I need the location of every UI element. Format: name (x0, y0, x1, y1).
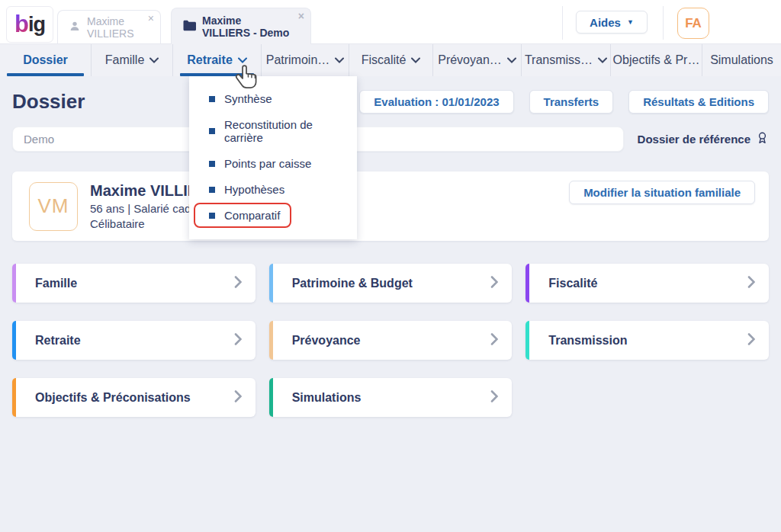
nav-fiscalite[interactable]: Fiscalité (349, 44, 433, 76)
app-logo[interactable]: big (6, 6, 53, 43)
chevron-down-icon (598, 57, 607, 63)
card-patrimoine-budget[interactable]: Patrimoine & Budget (269, 264, 513, 303)
nav-label: Objectifs & Pr… (613, 53, 700, 67)
card-stripe (12, 378, 16, 417)
card-prevoyance[interactable]: Prévoyance (269, 321, 513, 360)
person-icon (69, 20, 81, 34)
card-stripe (12, 264, 16, 303)
close-icon[interactable]: × (148, 13, 154, 24)
chevron-right-icon (747, 276, 755, 291)
page-content: Dossier Evaluation : 01/01/2023 Transfer… (0, 76, 781, 417)
top-bar: big Maxime VILLIERS × Maxime VILLIERS - … (0, 0, 781, 44)
menu-item-label: Reconstitution de carrière (224, 118, 340, 144)
card-stripe (12, 321, 16, 360)
reference-label-text: Dossier de référence (638, 133, 750, 146)
caret-down-icon: ▼ (627, 18, 634, 26)
menu-item-hypotheses[interactable]: Hypothèses (194, 177, 352, 202)
reference-dossier-label: Dossier de référence (638, 131, 769, 147)
chevron-down-icon (149, 57, 159, 63)
menu-item-points-par-caisse[interactable]: Points par caisse (194, 151, 352, 176)
card-label: Fiscalité (548, 277, 747, 290)
close-icon[interactable]: × (298, 11, 304, 21)
chevron-right-icon (490, 390, 498, 405)
modify-family-situation-button[interactable]: Modifier la situation familiale (569, 181, 755, 204)
chevron-right-icon (234, 276, 242, 291)
aides-button[interactable]: Aides ▼ (576, 11, 648, 34)
page-title: Dossier (12, 90, 85, 114)
logo-b: b (14, 11, 28, 38)
resultats-editions-button[interactable]: Résultats & Editions (628, 90, 769, 114)
nav-label: Transmiss… (525, 53, 593, 67)
card-fiscalite[interactable]: Fiscalité (525, 264, 769, 303)
nav-label: Famille (105, 53, 145, 67)
menu-item-label: Synthèse (224, 92, 272, 105)
topbar-divider (663, 6, 664, 40)
card-famille[interactable]: Famille (12, 264, 256, 303)
chevron-down-icon (507, 57, 516, 63)
folder-icon (182, 20, 196, 34)
nav-famille[interactable]: Famille (92, 44, 173, 76)
nav-simulations[interactable]: Simulations (702, 44, 781, 76)
chevron-down-icon (335, 57, 344, 63)
tab-maxime-villiers-demo[interactable]: Maxime VILLIERS - Demo × (171, 8, 311, 44)
main-navigation: Dossier Famille Retraite Patrimoin… Fisc… (0, 44, 781, 76)
card-label: Prévoyance (292, 334, 491, 348)
menu-item-label: Hypothèses (224, 183, 284, 196)
logo-ig: ig (28, 13, 45, 37)
aides-label: Aides (590, 16, 621, 29)
nav-transmission[interactable]: Transmiss… (522, 44, 611, 76)
topbar-divider (562, 6, 563, 40)
nav-objectifs[interactable]: Objectifs & Pr… (611, 44, 702, 76)
tab-maxime-villiers[interactable]: Maxime VILLIERS × (57, 10, 161, 43)
card-transmission[interactable]: Transmission (525, 321, 769, 360)
nav-label: Simulations (710, 53, 773, 67)
medal-icon[interactable] (756, 131, 769, 147)
card-label: Transmission (548, 334, 747, 348)
category-cards: Famille Patrimoine & Budget Fiscalité Re… (12, 264, 769, 417)
evaluation-button[interactable]: Evaluation : 01/01/2023 (359, 90, 513, 114)
retraite-dropdown-menu: Synthèse Reconstitution de carrière Poin… (189, 76, 357, 239)
card-label: Simulations (292, 391, 491, 405)
nav-prevoyance[interactable]: Prévoyan… (433, 44, 522, 76)
card-stripe (525, 321, 529, 360)
menu-item-synthese[interactable]: Synthèse (194, 86, 352, 111)
menu-item-reconstitution-carriere[interactable]: Reconstitution de carrière (194, 112, 352, 150)
nav-label: Dossier (23, 53, 68, 67)
chevron-right-icon (234, 333, 242, 348)
nav-dossier[interactable]: Dossier (0, 44, 92, 76)
card-label: Patrimoine & Budget (292, 277, 491, 290)
chevron-right-icon (234, 390, 242, 405)
square-bullet-icon (209, 161, 215, 167)
tab-label: Maxime VILLIERS - Demo (202, 14, 291, 39)
chevron-right-icon (747, 333, 755, 348)
transferts-button[interactable]: Transferts (529, 90, 614, 114)
card-stripe (269, 378, 273, 417)
nav-retraite[interactable]: Retraite (173, 44, 262, 76)
card-label: Objectifs & Préconisations (35, 391, 234, 405)
person-card: VM Maxime VILLIERS 56 ans | Salarié cadr… (12, 171, 769, 241)
nav-label: Prévoyan… (438, 53, 502, 67)
menu-item-label: Points par caisse (224, 157, 311, 170)
tab-label: Maxime VILLIERS (87, 15, 140, 40)
card-retraite[interactable]: Retraite (12, 321, 256, 360)
card-simulations[interactable]: Simulations (269, 378, 513, 417)
nav-label: Fiscalité (362, 53, 407, 67)
square-bullet-icon (209, 96, 215, 102)
nav-label: Patrimoin… (266, 53, 330, 67)
square-bullet-icon (209, 128, 215, 134)
chevron-down-icon (411, 57, 420, 63)
active-underline (7, 73, 84, 76)
chevron-right-icon (490, 276, 498, 291)
card-stripe (269, 321, 273, 360)
menu-item-comparatif[interactable]: Comparatif (194, 203, 291, 228)
card-stripe (525, 264, 529, 303)
user-avatar[interactable]: FA (677, 8, 709, 39)
card-stripe (269, 264, 273, 303)
card-label: Famille (35, 277, 234, 290)
chevron-down-icon (238, 57, 247, 63)
nav-label: Retraite (187, 53, 233, 67)
card-objectifs-preconisations[interactable]: Objectifs & Préconisations (12, 378, 256, 417)
nav-patrimoine[interactable]: Patrimoin… (262, 44, 349, 76)
person-initials-avatar: VM (29, 182, 78, 231)
menu-item-label: Comparatif (224, 209, 280, 222)
